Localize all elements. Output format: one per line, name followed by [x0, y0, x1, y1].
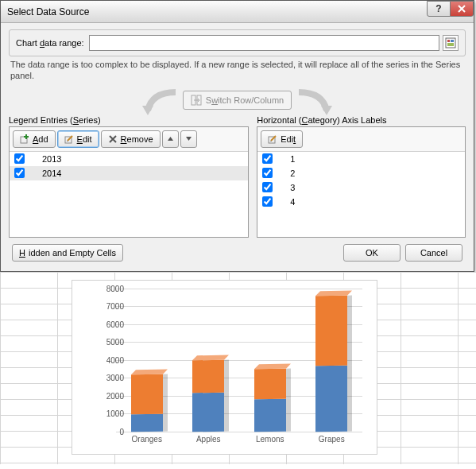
series-label: 2013	[42, 154, 61, 164]
series-panel: Add Edit Remove	[9, 126, 249, 238]
category-checkbox[interactable]	[262, 196, 273, 207]
y-tick-label: 4000	[92, 355, 124, 364]
y-tick-label: 5000	[92, 338, 124, 347]
add-icon	[20, 134, 29, 144]
edit-icon	[268, 134, 277, 144]
category-checkbox[interactable]	[262, 168, 273, 178]
category-checkbox[interactable]	[262, 153, 273, 164]
chart-data-range-input[interactable]	[89, 35, 439, 51]
series-item[interactable]: 2014	[10, 166, 248, 180]
category-label: 3	[290, 183, 295, 192]
category-label: 4	[290, 197, 295, 207]
category-label: 1	[290, 154, 295, 164]
category-panel: Edit 1234	[257, 126, 466, 238]
y-tick-label: 6000	[92, 320, 124, 328]
category-label: 2	[290, 169, 295, 178]
category-item[interactable]: 4	[257, 195, 465, 209]
edit-icon	[64, 134, 74, 144]
ok-button[interactable]: OK	[343, 244, 401, 262]
edit-series-button[interactable]: Edit	[57, 130, 99, 148]
category-checkbox[interactable]	[262, 182, 273, 192]
chart-data-range-label: Chart data range:	[16, 38, 84, 48]
y-tick-label: 1000	[92, 409, 124, 418]
x-tick-label: Apples	[180, 435, 236, 444]
embedded-chart[interactable]: 010002000300040005000600070008000Oranges…	[72, 280, 377, 455]
y-tick-label: 3000	[92, 374, 124, 382]
arrow-left-icon	[136, 88, 180, 118]
triangle-up-icon	[167, 135, 174, 142]
add-series-button[interactable]: Add	[13, 130, 56, 148]
dialog-title: Select Data Source	[7, 6, 89, 17]
hidden-empty-cells-button[interactable]: Hidden and Empty Cells	[12, 244, 123, 262]
close-button[interactable]	[450, 1, 474, 17]
arrow-right-icon	[295, 88, 339, 118]
cancel-button[interactable]: Cancel	[405, 244, 462, 262]
category-item[interactable]: 1	[257, 152, 465, 166]
x-tick-label: Oranges	[119, 435, 175, 444]
svg-rect-1	[447, 40, 450, 42]
series-label: 2014	[42, 169, 61, 178]
category-item[interactable]: 3	[257, 180, 465, 195]
titlebar[interactable]: Select Data Source ?	[1, 1, 474, 23]
series-checkbox[interactable]	[14, 168, 25, 178]
category-listbox[interactable]: 1234	[257, 152, 465, 237]
spreadsheet-grid[interactable]: 010002000300040005000600070008000Oranges…	[0, 272, 476, 464]
x-tick-label: Lemons	[242, 435, 298, 444]
triangle-down-icon	[185, 135, 192, 142]
move-up-button[interactable]	[162, 130, 179, 148]
switch-icon	[191, 95, 202, 106]
range-picker-button[interactable]	[443, 35, 459, 51]
range-picker-icon	[445, 37, 456, 48]
svg-rect-3	[447, 43, 454, 46]
legend-entries-label: Legend Entries (Series)	[9, 115, 249, 125]
y-tick-label: 2000	[92, 391, 124, 400]
help-button[interactable]: ?	[427, 1, 451, 17]
range-help-text: The data range is too complex to be disp…	[10, 60, 464, 82]
svg-rect-2	[451, 40, 454, 42]
series-checkbox[interactable]	[14, 153, 25, 164]
series-listbox[interactable]: 20132014	[10, 152, 248, 237]
move-down-button[interactable]	[180, 130, 197, 148]
axis-labels-label: Horizontal (Category) Axis Labels	[257, 115, 466, 125]
x-tick-label: Grapes	[304, 435, 359, 444]
y-tick-label: 8000	[92, 284, 124, 293]
remove-series-button[interactable]: Remove	[101, 130, 161, 148]
y-tick-label: 7000	[92, 302, 124, 311]
switch-row-column-button: Switch Row/Column	[183, 91, 292, 110]
remove-icon	[108, 134, 118, 144]
series-item[interactable]: 2013	[10, 152, 248, 166]
edit-category-button[interactable]: Edit	[261, 130, 303, 148]
category-item[interactable]: 2	[257, 166, 465, 180]
select-data-source-dialog: Select Data Source ? Chart data range: T…	[0, 0, 474, 272]
